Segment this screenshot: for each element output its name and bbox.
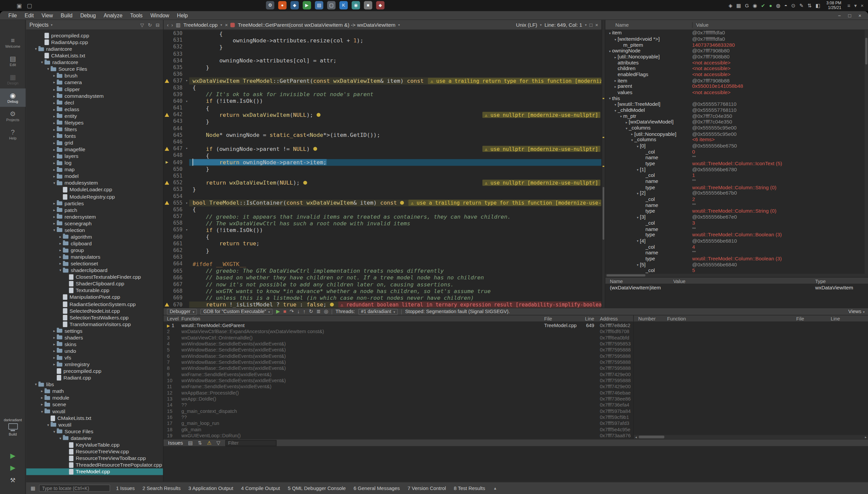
code-line[interactable]: 635 } [164,64,602,71]
tree-expander-icon[interactable]: ▸ [58,235,63,239]
tree-item[interactable]: ▸filters [26,126,163,133]
editor-close-icon[interactable]: × [595,22,598,28]
code-line[interactable]: 654 [164,193,602,200]
tree-item[interactable]: ▸vfs [26,355,163,361]
dock-utility[interactable]: ■ [364,1,372,10]
breakpoints-column-function[interactable]: Function [667,316,796,321]
tree-item[interactable]: ResourceTreeViewToolbar.cpp [26,455,163,462]
locals-row[interactable]: typewxutil::TreeModel::Column::Boolean (… [605,256,868,262]
dock-active-app[interactable]: ▶ [303,1,311,10]
tree-item[interactable]: ▸module [26,395,163,401]
tree-item[interactable]: ▾wxutil [26,422,163,428]
locals-expander-icon[interactable]: ▾ [635,215,640,219]
editor-split-icon[interactable]: □ [589,22,592,28]
restart-icon[interactable]: ↻ [309,309,313,314]
tray-search-icon[interactable]: ⊙ [791,3,796,8]
tree-item[interactable]: ResourceTreeView.cpp [26,448,163,455]
tree-item[interactable]: ManipulationPivot.cpp [26,294,163,301]
tree-expander-icon[interactable]: ▸ [52,107,57,112]
expr-type-column[interactable]: Type [815,279,826,284]
locals-hscrollbar[interactable] [605,274,868,277]
locals-expander-icon[interactable]: ▾ [608,96,612,100]
tree-item[interactable]: ModuleRegistry.cpp [26,193,163,200]
issues-filter-input[interactable] [225,440,277,446]
fold-icon[interactable]: ▾ [184,200,189,206]
tree-expander-icon[interactable]: ▸ [52,329,57,333]
locals-row[interactable]: ▾[0]@0x555556be6750 [605,143,868,149]
code-area[interactable]: 630 {631 owningNode->attributes.resize(c… [164,30,602,308]
dock-browser[interactable]: ● [278,1,286,10]
locals-row[interactable]: _col5 [605,267,868,273]
code-line[interactable]: 644 [164,125,602,132]
tree-item[interactable]: CMakeLists.txt [26,52,163,59]
stack-frame-row[interactable]: 3wxDataViewCtrl::OnInternalIdle()0x7fff6… [164,335,633,340]
locals-row[interactable]: ▾[wxItemId<void *>]@0x7fffffffdfa0 [605,36,868,42]
stack-frame-row[interactable]: 13wxApp::DoIdle()0x7fff738ee86 [164,396,633,401]
tree-expander-icon[interactable]: ▸ [39,396,44,400]
dock-settings[interactable]: ⚙ [266,1,275,10]
tray-network-icon[interactable]: ⇅ [807,3,812,8]
quickfix-bulb-icon[interactable] [313,147,317,151]
locals-row[interactable]: m_pItem140737346833280 [605,42,868,48]
tree-item[interactable]: ▸skins [26,341,163,347]
locator-icon[interactable]: ▦ [31,485,35,491]
output-pane-button-3[interactable]: 3 Application Output [185,485,238,492]
thread-combo[interactable]: #1 darkradiant ▾ [358,308,398,315]
nav-back-icon[interactable]: ‹ [167,22,169,28]
locals-row[interactable]: ▾_columns@0x555555c95e00 [605,125,868,131]
tree-item[interactable]: RadiantSelectionSystem.cpp [26,301,163,307]
locals-row[interactable]: ▾_columns<6 items> [605,137,868,143]
code-line[interactable]: 656{ [164,206,602,213]
run-button[interactable]: ▶ [0,452,26,459]
output-pane-button-7[interactable]: 7 Version Control [403,485,450,492]
dock-kate[interactable]: K [340,1,348,10]
file-tab-caret-icon[interactable]: ▾ [220,23,222,27]
code-line[interactable]: 651 [164,173,602,179]
locals-row[interactable]: typewxutil::TreeModel::Column::Boolean (… [605,232,868,238]
menu-help[interactable]: Help [173,12,192,18]
tree-expander-icon[interactable]: ▸ [52,80,57,85]
breakpoints-hscrollbar[interactable]: ◂ ▸ [634,435,868,439]
tree-item[interactable]: ▸log [26,160,163,167]
tree-item[interactable]: ▾wxutil [26,408,163,415]
code-line[interactable]: 662 } [164,247,602,254]
code-line[interactable]: 641 { [164,104,602,111]
engine-combo[interactable]: GDB for "Custom Executable" ▾ [201,308,273,315]
locals-expander-icon[interactable]: ▾ [613,108,618,112]
scroll-left-icon[interactable]: ◂ [634,435,638,439]
output-pane-button-4[interactable]: 4 Compile Output [237,485,284,492]
tray-grid-icon[interactable]: ▦ [736,3,741,8]
tree-expander-icon[interactable]: ▸ [58,255,63,259]
tree-expander-icon[interactable]: ▸ [52,336,57,340]
locals-expander-icon[interactable]: ▾ [635,144,640,148]
locals-row[interactable]: ▾[5]@0x555556be6840 [605,262,868,268]
tree-expander-icon[interactable]: ▾ [52,181,57,185]
locals-expander-icon[interactable]: ▾ [613,102,618,106]
locals-expander-icon[interactable]: ▾ [613,37,618,41]
cursor-position-label[interactable]: Line: 649, Col: 1 [545,22,582,28]
kit-selector[interactable]: darkradiant Build [0,418,26,436]
tree-item[interactable]: ▾selection [26,227,163,234]
stack-column-function[interactable]: Function [181,316,544,321]
code-line[interactable]: 631 owningNode->attributes.resize(col + … [164,37,602,43]
tree-expander-icon[interactable]: ▸ [52,128,57,132]
locals-expander-icon[interactable]: ▸ [613,84,618,89]
menu-file[interactable]: File [4,12,21,18]
locals-row[interactable]: ▾[3]@0x555556be67e0 [605,214,868,220]
maximize-button[interactable]: □ [848,13,851,18]
tray-status-icon[interactable]: ● [769,3,772,8]
code-line[interactable]: 637▾wxDataViewItem TreeModel::GetParent(… [164,77,602,84]
code-line[interactable]: 643 } [164,118,602,125]
tree-item[interactable]: ▸group [26,247,163,254]
file-tab-label[interactable]: TreeModel.cpp [183,22,218,28]
locals-expander-icon[interactable]: ▸ [613,55,618,59]
mode-item-projects[interactable]: ⚙Projects [0,107,26,125]
locals-row[interactable]: ▾owningNode@0x7fff7908b80 [605,48,868,54]
locals-row[interactable]: _col1 [605,173,868,178]
tree-item[interactable]: TreeModel.cpp [26,468,163,475]
file-tab-close-icon[interactable]: × [225,22,228,28]
window-list-icon[interactable]: ▢ [27,3,32,9]
stack-column-file[interactable]: File [544,316,580,321]
tree-expander-icon[interactable]: ▸ [52,114,57,118]
tree-item[interactable]: Texturable.cpp [26,287,163,294]
